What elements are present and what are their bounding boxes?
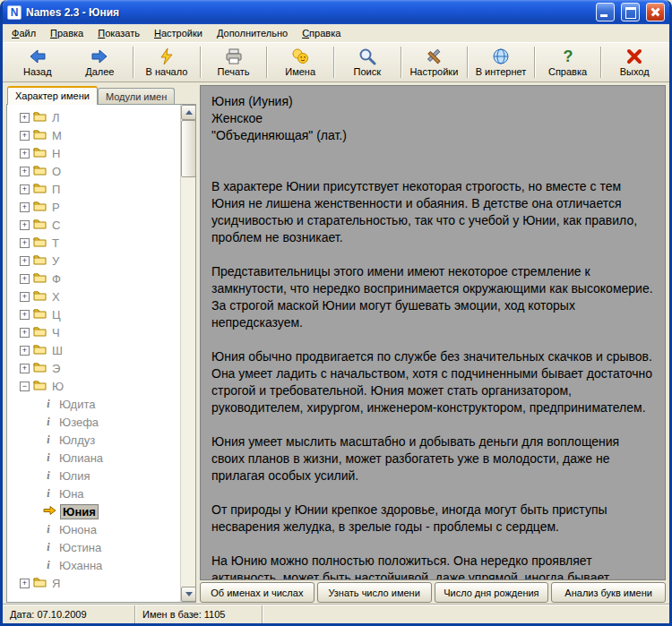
bottom-button-3[interactable]: Число дня рождения bbox=[435, 582, 549, 603]
expand-icon[interactable] bbox=[20, 113, 30, 123]
expand-icon[interactable] bbox=[20, 149, 30, 159]
main-area: Характер имениМодули имен ЛМНОПРСТУФХЦЧШ… bbox=[3, 82, 669, 605]
toolbar-internet-button[interactable]: В интернет bbox=[470, 44, 532, 81]
expand-icon[interactable] bbox=[20, 202, 30, 212]
tree-name-label: Юнона bbox=[57, 523, 99, 536]
name-header-line: "Объединяющая" (лат.) bbox=[211, 127, 654, 144]
tree-name-row[interactable]: Юнона bbox=[11, 520, 177, 538]
description-paragraph: Представительницы этого имени имеют неко… bbox=[211, 263, 654, 331]
tree-letter-label: Ш bbox=[50, 344, 65, 357]
toolbar-search-button[interactable]: Поиск bbox=[336, 44, 399, 81]
tree-name-row[interactable]: Юдита bbox=[11, 395, 177, 413]
expand-icon[interactable] bbox=[20, 328, 30, 338]
toolbar-button-label: Назад bbox=[23, 66, 52, 77]
toolbar-button-label: Настройки bbox=[409, 66, 458, 77]
expand-icon[interactable] bbox=[20, 184, 30, 194]
toolbar-home-button[interactable]: В начало bbox=[135, 44, 198, 81]
expand-icon[interactable] bbox=[20, 292, 30, 302]
bottom-button-1[interactable]: Об именах и числах bbox=[200, 582, 314, 603]
tab-modules[interactable]: Модули имен bbox=[98, 88, 175, 104]
expand-icon[interactable] bbox=[20, 131, 30, 141]
expand-icon[interactable] bbox=[20, 167, 30, 176]
tree-letter-label: П bbox=[50, 183, 63, 196]
scrollbar-thumb[interactable] bbox=[181, 120, 196, 177]
tree-letter-row[interactable]: Э bbox=[11, 359, 177, 377]
tree-letter-row[interactable]: Ф bbox=[11, 270, 177, 287]
scroll-up-icon[interactable] bbox=[181, 105, 196, 120]
tree-scrollbar[interactable] bbox=[180, 105, 195, 602]
expand-icon[interactable] bbox=[20, 274, 30, 284]
toolbar-settings-button[interactable]: Настройки bbox=[403, 44, 466, 81]
tree-letter-row[interactable]: С bbox=[11, 216, 177, 234]
close-button[interactable] bbox=[646, 3, 665, 21]
bottom-button-4[interactable]: Анализ букв имени bbox=[551, 582, 666, 603]
folder-icon bbox=[33, 306, 47, 322]
menu-item-settings[interactable]: Настройки bbox=[147, 25, 210, 41]
info-icon bbox=[43, 559, 54, 572]
tree-letter-row[interactable]: Н bbox=[11, 144, 177, 162]
expand-icon[interactable] bbox=[20, 256, 30, 266]
scroll-down-icon[interactable] bbox=[181, 587, 196, 602]
app-window: N Names 2.3 - Юния ФайлПравкаПоказатьНас… bbox=[0, 0, 672, 626]
tree-letter-label: М bbox=[50, 129, 64, 142]
app-icon: N bbox=[7, 5, 22, 20]
forward-icon bbox=[90, 47, 108, 65]
expand-icon[interactable] bbox=[20, 220, 30, 230]
name-tree-panel: ЛМНОПРСТУФХЦЧШЭЮЮдитаЮзефаЮлдузЮлианаЮли… bbox=[6, 104, 196, 603]
menu-item-extra[interactable]: Дополнительно bbox=[210, 25, 295, 41]
home-icon bbox=[158, 47, 176, 65]
menu-item-view[interactable]: Показать bbox=[90, 25, 147, 41]
tree-letter-row[interactable]: Ш bbox=[11, 341, 177, 359]
toolbar-help-button[interactable]: ?Справка bbox=[537, 44, 599, 81]
tree-letter-row[interactable]: Р bbox=[11, 198, 177, 216]
tree-letter-label: Я bbox=[50, 577, 63, 590]
tree-letter-row[interactable]: Ц bbox=[11, 305, 177, 323]
tree-letter-row[interactable]: Ч bbox=[11, 323, 177, 341]
toolbar-exit-button[interactable]: Выход bbox=[603, 44, 666, 81]
expand-icon[interactable] bbox=[20, 364, 30, 373]
tree-letter-row[interactable]: П bbox=[11, 180, 177, 198]
tree-letter-row[interactable]: У bbox=[11, 252, 177, 270]
bottom-button-2[interactable]: Узнать число имени bbox=[317, 582, 432, 603]
toolbar-names-button[interactable]: Имена bbox=[269, 44, 332, 81]
expand-icon[interactable] bbox=[20, 238, 30, 248]
tree-letter-row[interactable]: Л bbox=[11, 108, 177, 126]
toolbar-forward-button[interactable]: Далее bbox=[69, 44, 132, 81]
info-icon bbox=[43, 433, 54, 447]
maximize-button[interactable] bbox=[621, 3, 640, 21]
toolbar-print-button[interactable]: Печать bbox=[202, 44, 265, 81]
tree-letter-row[interactable]: Я bbox=[11, 574, 177, 592]
expand-icon[interactable] bbox=[20, 346, 30, 356]
tree-name-row[interactable]: Юлдуз bbox=[11, 431, 177, 449]
toolbar-separator bbox=[600, 47, 601, 78]
tree-letter-row[interactable]: Ю bbox=[11, 377, 177, 395]
tree-letter-row[interactable]: Т bbox=[11, 234, 177, 252]
minimize-button[interactable] bbox=[596, 3, 615, 21]
print-icon bbox=[225, 47, 243, 65]
tree-name-row[interactable]: Юстина bbox=[11, 538, 177, 556]
tree-name-row[interactable]: Юния bbox=[11, 502, 177, 520]
tree-name-row[interactable]: Юханна bbox=[11, 556, 177, 574]
toolbar-separator bbox=[333, 47, 334, 78]
expand-icon[interactable] bbox=[20, 310, 30, 320]
menu-item-edit[interactable]: Правка bbox=[43, 25, 90, 41]
tab-character[interactable]: Характер имени bbox=[7, 86, 98, 105]
tree-name-row[interactable]: Юна bbox=[11, 485, 177, 502]
toolbar-back-button[interactable]: Назад bbox=[6, 44, 69, 81]
svg-text:?: ? bbox=[563, 47, 573, 65]
status-name-count: Имен в базе: 1105 bbox=[135, 605, 263, 623]
expand-icon[interactable] bbox=[20, 579, 30, 588]
folder-icon bbox=[33, 378, 47, 394]
tree-name-row[interactable]: Юлиана bbox=[11, 449, 177, 467]
menu-item-help[interactable]: Справка bbox=[295, 25, 348, 41]
tree-letter-row[interactable]: О bbox=[11, 162, 177, 180]
tree-name-row[interactable]: Юзефа bbox=[11, 413, 177, 431]
tree-letter-row[interactable]: Х bbox=[11, 287, 177, 305]
toolbar-button-label: Далее bbox=[85, 66, 114, 77]
toolbar-button-label: В интернет bbox=[476, 66, 527, 77]
tree-name-row[interactable]: Юлия bbox=[11, 467, 177, 485]
menu-item-file[interactable]: Файл bbox=[4, 25, 43, 41]
tree-name-label: Юстина bbox=[57, 541, 103, 554]
tree-letter-row[interactable]: М bbox=[11, 126, 177, 144]
collapse-icon[interactable] bbox=[20, 382, 30, 391]
